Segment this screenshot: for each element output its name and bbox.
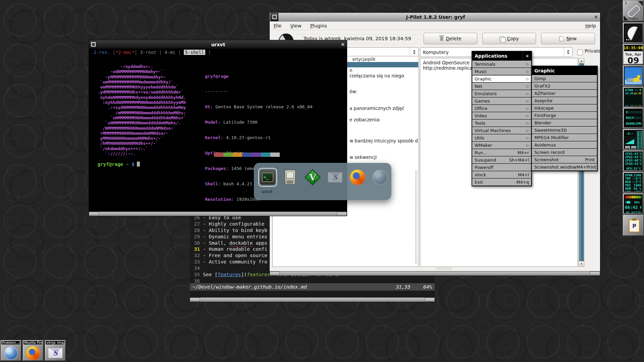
menu-item-music[interactable]: Music▷	[472, 68, 532, 75]
tab-5-shell-active[interactable]: 5-shell	[184, 50, 206, 55]
new-button[interactable]: New	[541, 33, 595, 44]
scroll-up-icon[interactable]: ▲	[579, 58, 584, 64]
list-item[interactable]: n	[350, 68, 353, 73]
copy-button[interactable]: Copy	[482, 33, 536, 44]
shell-prompt[interactable]: gryf@rage ~ $	[98, 162, 140, 167]
list-item[interactable]: w bardziej intuicyjny sposób d	[350, 138, 418, 143]
net-graph	[625, 95, 642, 105]
dockapp-wmaker[interactable]	[623, 22, 644, 44]
jpilot-resizebar[interactable]	[270, 271, 600, 276]
dockapp-bubblemon[interactable]	[623, 65, 644, 86]
spinner-icon[interactable]	[410, 48, 418, 57]
close-icon[interactable]: ✕	[523, 51, 532, 61]
dockapp-network-monitor[interactable]: ETH0888 ▼0.00▲0.00 ▼0.00▲0.00	[623, 86, 644, 108]
applications-menu-titlebar[interactable]: Applications ✕	[472, 51, 532, 61]
scroll-down-icon[interactable]: ▼	[579, 261, 584, 266]
menu-item-azpainter[interactable]: AZPainter	[532, 90, 597, 97]
miniwindow-browser-problem[interactable]: Problem...ctyl	[0, 340, 21, 361]
miniwindow-firefox[interactable]: Mozilla Firefox	[22, 340, 44, 361]
menu-item-screen-record[interactable]: Screen record	[532, 149, 597, 156]
clip-next-arrow-icon[interactable]	[638, 1, 643, 6]
menu-item-xlock[interactable]: xlockM4+l	[472, 171, 532, 179]
menu-help[interactable]: Help	[585, 23, 596, 28]
menu-item-utils[interactable]: Utils▷	[472, 134, 532, 142]
spinner-icon[interactable]	[564, 48, 572, 57]
workspace-clip[interactable]: 1 main	[623, 0, 644, 21]
submenu-arrow-icon: ▷	[526, 62, 529, 66]
misspelled-word: dockable	[229, 240, 253, 246]
menu-file[interactable]: File	[274, 23, 281, 28]
menu-item-exit[interactable]: ExitM4+q	[472, 179, 532, 186]
menu-item-video[interactable]: Video▷	[472, 112, 532, 120]
list-item[interactable]: a panoramicznych zdjęć	[350, 106, 404, 111]
cpu2-temp: 43°C	[635, 156, 642, 159]
menu-item-net[interactable]: Net▷	[472, 83, 532, 90]
switcher-item-jpilot[interactable]	[281, 168, 300, 187]
switcher-item-browser[interactable]	[371, 168, 389, 187]
appicon-jpilot[interactable]: P	[623, 215, 644, 236]
menu-item-wmaker[interactable]: WMaker▷	[472, 142, 532, 149]
vim-resizebar[interactable]	[190, 297, 435, 302]
resize-grip[interactable]	[436, 267, 452, 270]
palette-swatch	[223, 153, 233, 157]
tab-4-mc[interactable]: 4-mc	[165, 50, 176, 55]
menu-plugins[interactable]: Plugins	[310, 23, 327, 28]
list-item[interactable]: rzełączania się na niego	[350, 73, 404, 78]
miniaturize-button[interactable]	[90, 41, 97, 48]
graphic-submenu-titlebar[interactable]: Graphic	[532, 66, 597, 75]
mixer-prev-button[interactable]: ◀	[625, 146, 630, 149]
list-item[interactable]: w sekwencji	[350, 155, 377, 160]
menu-item-mpeg4-modifier[interactable]: MPEG4 Modifier	[532, 134, 597, 141]
menu-item-blender[interactable]: Blender	[532, 119, 597, 127]
switcher-item-firefox[interactable]	[348, 168, 367, 187]
jpilot-titlebar[interactable]: J-Pilot 1.8.2 User: gryf ✕	[270, 13, 600, 21]
menu-item-screenshot-window[interactable]: Screenshot windowM4+Print	[532, 164, 597, 171]
terminal-resizebar[interactable]	[89, 212, 347, 216]
menu-item-screenshot[interactable]: ScreenshotPrint	[532, 156, 597, 164]
menu-item-games[interactable]: Games▷	[472, 98, 532, 105]
list-scrollbar[interactable]	[415, 170, 418, 264]
dockapp-battery[interactable]: 89% 06:42 B8 ON BATTERY	[623, 193, 644, 215]
menu-item-fontforge[interactable]: FontForge	[532, 112, 597, 119]
menu-item-aseprite[interactable]: Aseprite	[532, 97, 597, 105]
switcher-item-urxvt[interactable]: >_	[258, 168, 277, 187]
dockapp-clock[interactable]: 18:35:00 Tue, Apr 09	[623, 44, 644, 65]
private-checkbox[interactable]	[577, 50, 583, 55]
terminal-titlebar[interactable]: urxvt ✕	[89, 40, 347, 49]
list-item[interactable]: e zobaczenia:	[350, 117, 381, 122]
tab-2-moc[interactable]: *2-moc*	[115, 50, 135, 55]
menu-item-grafx2[interactable]: GraFX2	[532, 82, 597, 90]
menu-item-office[interactable]: Office▷	[472, 105, 532, 112]
menu-item-run[interactable]: Run...M4+r	[472, 149, 532, 157]
tab-3-root[interactable]: 3-root	[140, 50, 156, 55]
menu-view[interactable]: View	[290, 23, 301, 28]
menu-item-inkscape[interactable]: Inkscape	[532, 105, 597, 112]
mixer-next-button[interactable]: ▶	[631, 146, 636, 149]
menu-item-suspend[interactable]: SusupendSh+M4+l	[472, 157, 532, 164]
list-item[interactable]: ów:	[350, 89, 357, 94]
miniwindow-mail[interactable]: vimja_imap... S	[45, 340, 66, 361]
switcher-item-gvim[interactable]: V	[303, 168, 322, 187]
tab-1-rss[interactable]: .1-rss.	[91, 50, 110, 55]
menu-item-emulators[interactable]: Emulators▷	[472, 90, 532, 98]
dockapp-weather[interactable]: EPWR2300 TMP888°C DEW882°C PRS1009 HUM65…	[623, 172, 644, 193]
close-icon[interactable]: ✕	[339, 42, 347, 48]
category-value: Komputery	[423, 50, 449, 55]
menu-item-graphic[interactable]: Graphic▷	[472, 75, 532, 83]
volume-ramp-icon[interactable]	[625, 139, 634, 144]
menu-item-virtual-machines[interactable]: Virtual Machines▷	[472, 127, 532, 134]
delete-button[interactable]: Delete	[424, 33, 477, 44]
menu-item-avidemux[interactable]: Avidemux	[532, 141, 597, 149]
miniaturize-button[interactable]	[270, 13, 278, 21]
switcher-item-mail[interactable]: S	[326, 168, 344, 187]
menu-item-tools[interactable]: Tools▷	[472, 120, 532, 127]
menu-item-terminals[interactable]: Terminals▷	[472, 61, 532, 68]
desktop: 26- Easy to use 27- Highly configurable …	[0, 0, 644, 362]
menu-item-gimp[interactable]: Gimp	[532, 75, 597, 82]
menu-item-poweroff[interactable]: Poweroff	[472, 164, 532, 171]
dockapp-cpu-temps[interactable]: CPU1843°C CPU2843°C CPU3840°C CPU4843°C …	[623, 150, 644, 172]
dockapp-mixer[interactable]: 8488 ◀ ▶	[623, 129, 644, 150]
dockapp-moc-display[interactable]: X88888888 MOCP88888 BUBBLEMON	[623, 107, 644, 129]
menu-item-sweethome3d[interactable]: SweetHome3D	[532, 127, 597, 134]
close-icon[interactable]: ✕	[592, 14, 600, 20]
